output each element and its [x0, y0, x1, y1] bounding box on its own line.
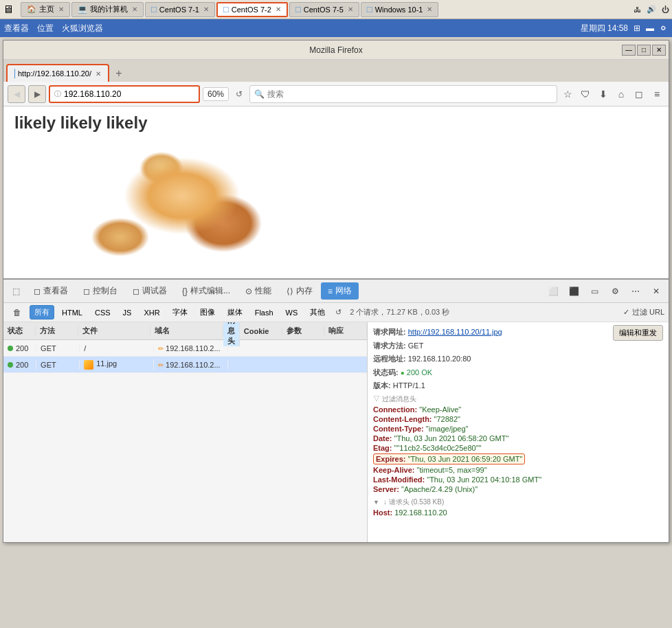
devtools-tab-memory[interactable]: ⟨⟩ 内存 — [280, 282, 320, 300]
edit-resend-button[interactable]: 编辑和重发 — [613, 325, 663, 341]
devtools-tab-debugger[interactable]: ◻ 调试器 — [126, 282, 174, 300]
status-dot-green — [8, 346, 13, 351]
network-toolbar: 🗑 所有 HTML CSS JS XHR 字体 图像 媒体 Flash WS 其… — [3, 303, 669, 322]
shield2-icon[interactable]: ◻ — [631, 87, 647, 102]
taskbar-tab-centos71[interactable]: □ CentOS 7-1 ✕ — [145, 2, 215, 17]
overflow-icon[interactable]: ⋯ — [626, 282, 645, 301]
filter-flash[interactable]: Flash — [250, 306, 278, 319]
header-server: Server: "Apache/2.4.29 (Unix)" — [373, 485, 663, 493]
taskbar-tab-centos75[interactable]: □ CentOS 7-5 ✕ — [289, 2, 359, 17]
window-controls: — □ ✕ — [622, 45, 666, 56]
header-content-length-key: Content-Length: — [373, 415, 432, 423]
filter-css[interactable]: CSS — [90, 306, 115, 319]
close-devtools-icon[interactable]: ✕ — [647, 282, 666, 301]
header-expires: Expires: "Thu, 03 Jun 2021 06:59:20 GMT" — [373, 453, 525, 464]
firefox-title: Mozilla Firefox — [309, 45, 362, 55]
close-icon[interactable]: ✕ — [427, 5, 432, 13]
maximize-button[interactable]: □ — [637, 45, 651, 56]
header-content-length: Content-Length: "72882" — [373, 415, 663, 423]
cell-method-selected: GET — [36, 361, 80, 369]
close-icon[interactable]: ✕ — [132, 5, 137, 13]
reload-button[interactable]: ↺ — [232, 87, 247, 102]
close-icon[interactable]: ✕ — [58, 5, 64, 13]
tab-label: 查看器 — [43, 285, 68, 297]
firefox-titlebar: Mozilla Firefox — □ ✕ — [3, 41, 669, 60]
devtools-tab-network[interactable]: ≡ 网络 — [321, 282, 359, 300]
devtools-inspect-icon[interactable]: ⬚ — [6, 282, 25, 301]
settings-icon[interactable]: ⚙ — [605, 282, 625, 301]
filter-image[interactable]: 图像 — [195, 305, 220, 319]
taskbar-tab-centos72[interactable]: □ CentOS 7-2 ✕ — [216, 2, 288, 17]
search-input[interactable] — [267, 89, 552, 99]
header-content-type-val: "image/jpeg" — [426, 425, 469, 433]
forward-button[interactable]: ▶ — [28, 85, 46, 103]
tab-label: CentOS 7-5 — [304, 5, 344, 14]
menu-icon[interactable]: ≡ — [649, 87, 664, 102]
new-tab-button[interactable]: + — [111, 65, 127, 82]
devtools-toolbar: ⬚ ◻ 查看器 ◻ 控制台 ◻ 调试器 {} 样式编辑... ⊙ 性能 — [3, 280, 669, 303]
filter-html[interactable]: HTML — [57, 306, 87, 319]
inspector-icon: ◻ — [34, 287, 41, 296]
shield-icon[interactable]: 🛡 — [578, 87, 593, 102]
request-headers-section[interactable]: ↓ 请求头 (0.538 KB) — [373, 497, 663, 507]
devtools-tab-inspector[interactable]: ◻ 查看器 — [27, 282, 75, 300]
clear-network-button[interactable]: 🗑 — [8, 303, 27, 322]
download-icon[interactable]: ⬇ — [596, 87, 611, 102]
dock-side-icon[interactable]: ▭ — [585, 282, 604, 301]
filter-font[interactable]: 字体 — [168, 305, 192, 319]
filter-headers-section[interactable]: ▽ 过滤消息头 — [373, 394, 663, 404]
header-date-key: Date: — [373, 434, 392, 442]
nav-right-icons: ☆ 🛡 ⬇ ⌂ ◻ ≡ — [560, 87, 664, 102]
cell-method: GET — [36, 344, 80, 352]
bookmark-star-icon[interactable]: ☆ — [560, 87, 575, 102]
home-nav-icon[interactable]: ⌂ — [614, 87, 629, 102]
filter-url-checkbox[interactable]: ✓ — [623, 308, 629, 317]
network-table-header: 状态 方法 文件 域名 消息头 Cookie 参数 响应 — [3, 322, 367, 340]
filter-other[interactable]: 其他 — [305, 305, 330, 319]
close-icon[interactable]: ✕ — [348, 5, 353, 13]
filter-ws[interactable]: WS — [281, 306, 303, 319]
header-content-type: Content-Type: "image/jpeg" — [373, 425, 663, 433]
network-row[interactable]: 200 GET / ✏ 192.168.110.2... — [3, 340, 367, 357]
close-icon[interactable]: ✕ — [276, 5, 281, 13]
tray-volume-icon: ▬ — [646, 23, 654, 33]
tab-label: 我的计算机 — [90, 4, 128, 14]
vm-icon: □ — [223, 4, 229, 14]
nav-bar: ◀ ▶ ⓘ 60% ↺ 🔍 ☆ 🛡 ⬇ ⌂ ◻ ≡ — [3, 82, 669, 106]
minimize-button[interactable]: — — [622, 45, 636, 56]
back-button[interactable]: ◀ — [8, 85, 25, 103]
col-header-params[interactable]: 参数 — [282, 326, 325, 336]
taskbar-tab-win10[interactable]: □ Windows 10-1 ✕ — [361, 2, 439, 17]
close-icon[interactable]: ✕ — [203, 5, 209, 13]
tab-label: 样式编辑... — [190, 285, 230, 297]
browser-content: likely likely likely — [3, 106, 669, 278]
filter-all[interactable]: 所有 — [30, 305, 54, 319]
col-header-response[interactable]: 响应 — [324, 326, 367, 336]
menu-location[interactable]: 位置 — [37, 23, 54, 34]
header-etag-val: ""11cb2-5c3d4c0c25e80"" — [394, 444, 482, 452]
filter-media[interactable]: 媒体 — [223, 305, 247, 319]
network-row-selected[interactable]: 200 GET 11.jpg ✏ 192.168.110.2... — [3, 357, 367, 373]
dock-bottom-icon[interactable]: ⬛ — [564, 282, 583, 301]
close-button[interactable]: ✕ — [652, 45, 666, 56]
taskbar-tab-home[interactable]: 🏠 主页 ✕ — [21, 2, 70, 17]
col-header-headers[interactable]: 消息头 — [223, 322, 240, 346]
tab-close-button[interactable]: ✕ — [96, 70, 101, 78]
devtools-tab-style[interactable]: {} 样式编辑... — [175, 282, 237, 300]
devtools-right-controls: ⬜ ⬛ ▭ ⚙ ⋯ ✕ — [544, 282, 666, 301]
filter-js[interactable]: JS — [118, 306, 137, 319]
filter-xhr[interactable]: XHR — [139, 306, 164, 319]
devtools-tab-console[interactable]: ◻ 控制台 — [76, 282, 124, 300]
cell-status: 200 — [3, 344, 36, 352]
menu-firefox[interactable]: 火狐浏览器 — [62, 23, 103, 34]
col-header-cookie[interactable]: Cookie — [240, 327, 282, 335]
taskbar-tab-mycomputer[interactable]: 💻 我的计算机 ✕ — [71, 2, 144, 17]
dock-icon[interactable]: ⬜ — [544, 282, 563, 301]
devtools-tab-performance[interactable]: ⊙ 性能 — [238, 282, 278, 300]
address-bar[interactable] — [64, 89, 194, 99]
clock-text: 星期四 14:58 — [581, 23, 628, 34]
browser-tab-active[interactable]: http://192.168.110.20/ ✕ — [6, 64, 109, 82]
request-url-value[interactable]: http://192.168.110.20/11.jpg — [408, 328, 502, 336]
menu-apps[interactable]: 查看器 — [4, 23, 29, 34]
cell-domain: ✏ 192.168.110.2... — [154, 344, 228, 352]
